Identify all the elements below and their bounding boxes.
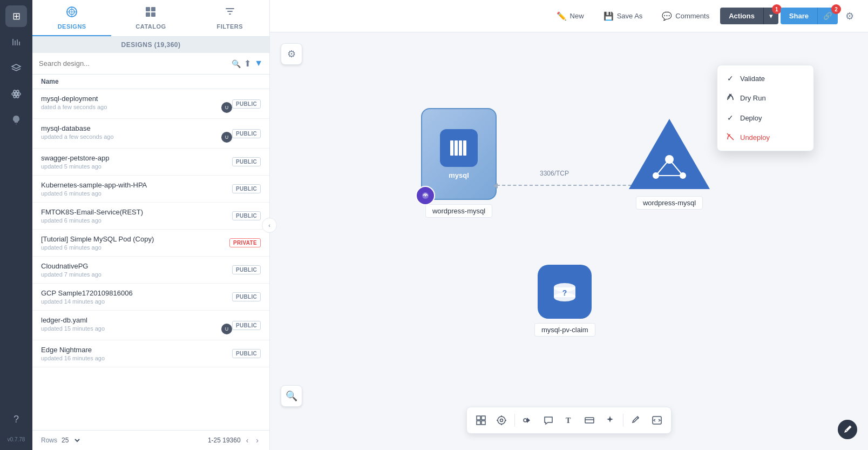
help-icon[interactable]: ? <box>5 408 27 430</box>
catalog-tab-icon <box>144 5 157 21</box>
svg-rect-12 <box>229 14 231 15</box>
validate-menu-item[interactable]: ✓ Validate <box>717 69 813 88</box>
public-badge: PUBLIC <box>232 211 261 220</box>
helm-tool-button[interactable] <box>492 411 511 430</box>
settings-button[interactable]: ⚙ <box>840 6 859 26</box>
mysql-deployment-label: wordpress-mysql <box>425 204 492 218</box>
list-item[interactable]: mysql-database updated a few seconds ago… <box>32 119 269 149</box>
svg-rect-14 <box>455 140 458 156</box>
svg-text:?: ? <box>562 288 567 297</box>
arrow-head <box>493 183 498 189</box>
bulb-icon[interactable] <box>5 109 27 131</box>
toolbar-divider <box>514 414 515 427</box>
svg-rect-31 <box>482 416 485 420</box>
mysql-pv-claim-node[interactable]: ? mysql-pv-claim <box>534 265 595 337</box>
rows-label: Rows <box>41 436 57 444</box>
deploy-icon: ✓ <box>726 113 735 122</box>
wordpress-mysql-network-node[interactable]: wordpress-mysql <box>626 116 713 210</box>
arrow-tool-button[interactable] <box>518 411 538 430</box>
magic-tool-button[interactable] <box>600 411 620 430</box>
new-icon: ✏️ <box>557 11 567 21</box>
svg-rect-33 <box>482 421 485 425</box>
list-item[interactable]: CloudnativePG updated 7 minutes ago PUBL… <box>32 257 269 284</box>
code-tool-button[interactable] <box>647 411 667 430</box>
public-badge: PUBLIC <box>232 129 261 138</box>
mysql-box: mysql <box>421 108 497 200</box>
comments-button[interactable]: 💬 Comments <box>653 7 718 25</box>
link-icon: 🔗 <box>823 12 832 20</box>
list-item[interactable]: ledger-db.yaml updated 15 minutes ago U … <box>32 311 269 340</box>
design-updated: updated 6 minutes ago <box>41 217 232 224</box>
undeploy-menu-item[interactable]: Undeploy <box>717 127 813 147</box>
icon-rail: ⊞ ? v0.7.78 <box>0 0 32 450</box>
avatar: U <box>221 324 232 334</box>
settings-icon: ⚙ <box>845 10 854 22</box>
design-name: GCP Sample1720109816006 <box>41 289 232 297</box>
saveas-icon: 💾 <box>603 11 614 21</box>
design-name: mysql-deployment <box>41 95 217 103</box>
public-badge: PUBLIC <box>232 349 261 358</box>
search-input[interactable] <box>39 59 228 68</box>
share-button[interactable]: Share <box>781 8 817 24</box>
designs-count-header: DESIGNS (19,360) <box>32 37 269 53</box>
list-item[interactable]: FMTOK8S-Email-Service(REST) updated 6 mi… <box>32 203 269 230</box>
prev-page-button[interactable]: ‹ <box>244 435 251 446</box>
design-name: FMTOK8S-Email-Service(REST) <box>41 208 232 216</box>
design-name: ledger-db.yaml <box>41 316 217 324</box>
tools-icon[interactable] <box>5 31 27 53</box>
actions-wrapper: Actions ▾ 1 <box>720 8 778 24</box>
svg-point-0 <box>15 93 17 95</box>
svg-point-40 <box>524 419 527 422</box>
canvas-settings-button[interactable]: ⚙ <box>281 43 302 65</box>
actions-dropdown-menu: ✓ Validate Dry Run ✓ Deploy Undeploy <box>717 65 814 151</box>
new-button[interactable]: ✏️ New <box>548 7 593 25</box>
layers-icon[interactable] <box>5 57 27 79</box>
undeploy-icon <box>726 133 735 142</box>
design-name: CloudnativePG <box>41 262 232 270</box>
comments-icon: 💬 <box>662 11 672 21</box>
atom-icon[interactable] <box>5 83 27 105</box>
sidebar-collapse-button[interactable]: ‹ <box>262 218 277 233</box>
list-item[interactable]: Kubernetes-sample-app-with-HPA updated 6… <box>32 176 269 203</box>
list-item[interactable]: [Tutorial] Simple MySQL Pod (Copy) updat… <box>32 230 269 257</box>
edit-tool-button[interactable] <box>627 411 646 430</box>
search-icon[interactable]: 🔍 <box>232 59 241 68</box>
tab-designs[interactable]: DESIGNS <box>32 0 111 36</box>
list-item[interactable]: swagger-petstore-app updated 5 minutes a… <box>32 149 269 176</box>
page-info: 1-25 19360 <box>208 436 241 444</box>
mysql-badge-icon <box>416 186 435 205</box>
panel-tool-button[interactable] <box>580 411 599 430</box>
grid-tool-button[interactable] <box>471 411 491 430</box>
design-updated: updated 15 minutes ago <box>41 325 217 332</box>
pv-claim-label: mysql-pv-claim <box>534 323 595 337</box>
design-updated: updated 16 minutes ago <box>41 355 232 361</box>
mysql-deployment-node[interactable]: mysql wordpress-mysql <box>421 108 497 218</box>
tab-catalog[interactable]: CATALOG <box>111 0 190 36</box>
text-tool-button[interactable]: T <box>559 411 579 430</box>
svg-rect-15 <box>459 140 462 156</box>
design-updated: updated 6 minutes ago <box>41 190 232 197</box>
tab-filters[interactable]: FILTERS <box>191 0 269 36</box>
list-item[interactable]: GCP Sample1720109816006 updated 14 minut… <box>32 284 269 311</box>
dry-run-menu-item[interactable]: Dry Run <box>717 88 813 108</box>
pen-tool-button[interactable] <box>838 420 857 439</box>
public-badge: PUBLIC <box>232 157 261 166</box>
canvas[interactable]: ⚙ mysql <box>270 32 868 450</box>
filter-icon[interactable]: ▼ <box>254 58 263 69</box>
saveas-button[interactable]: 💾 Save As <box>595 7 652 25</box>
sort-icon[interactable]: ⬆ <box>244 58 251 69</box>
comment-tool-button[interactable] <box>539 411 558 430</box>
next-page-button[interactable]: › <box>254 435 261 446</box>
list-item[interactable]: Edge Nightmare updated 16 minutes ago PU… <box>32 340 269 367</box>
zoom-button[interactable]: 🔍 <box>281 385 302 407</box>
private-badge: PRIVATE <box>229 238 261 247</box>
deploy-menu-item[interactable]: ✓ Deploy <box>717 108 813 127</box>
svg-text:T: T <box>566 417 571 425</box>
share-wrapper: Share 🔗 2 <box>781 8 838 24</box>
list-item[interactable]: mysql-deployment dated a few seconds ago… <box>32 89 269 119</box>
grid-icon[interactable]: ⊞ <box>5 5 27 27</box>
actions-button[interactable]: Actions <box>720 8 763 24</box>
version-label: v0.7.78 <box>5 434 28 445</box>
rows-dropdown[interactable]: 25 50 100 <box>59 436 82 445</box>
triangle-container <box>626 116 713 192</box>
